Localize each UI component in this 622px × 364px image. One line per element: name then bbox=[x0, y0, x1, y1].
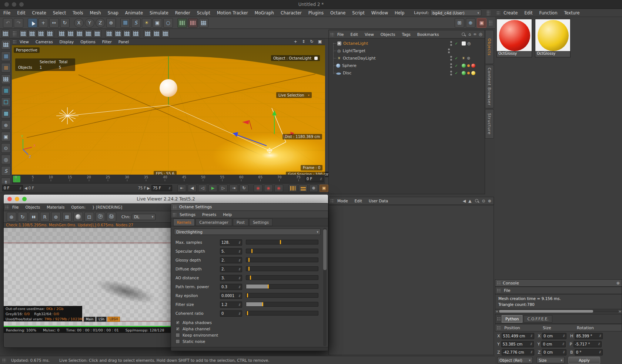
menu-item[interactable]: Tools bbox=[69, 10, 86, 16]
object-mode-dropdown[interactable]: Object (Rel)▾ bbox=[497, 357, 533, 363]
size-y-field[interactable]: 0 cm⇕ bbox=[541, 341, 566, 347]
menu-item[interactable]: Plugins bbox=[305, 10, 327, 16]
goto-end-button[interactable]: 75 F▶ bbox=[138, 186, 150, 190]
workplane-tool-icon[interactable] bbox=[161, 30, 170, 38]
home-icon[interactable]: ⌂ bbox=[468, 32, 471, 37]
palette-grip[interactable] bbox=[173, 213, 176, 216]
checkbox-static-noise[interactable] bbox=[175, 339, 180, 344]
phong-tag-icon[interactable] bbox=[467, 64, 470, 67]
lsh-pass-button[interactable]: LSh bbox=[96, 317, 107, 322]
material-name[interactable]: OctGlossy bbox=[535, 51, 570, 57]
palette-grip[interactable] bbox=[13, 31, 16, 36]
material-menu-item[interactable]: Texture bbox=[561, 10, 583, 16]
workplane-mode-icon[interactable] bbox=[1, 74, 11, 84]
record-parameter-toggle[interactable]: ▣ bbox=[320, 185, 328, 192]
menu-item[interactable]: Animate bbox=[122, 10, 146, 16]
attr-menu-item[interactable]: Edit bbox=[351, 199, 365, 203]
console-output[interactable]: Mesh creation time = 9.156 ms. Triangle … bbox=[495, 294, 622, 309]
goto-first-frame-button[interactable]: ⇤ bbox=[177, 185, 186, 192]
visibility-dots[interactable] bbox=[450, 71, 452, 75]
scrollbar-thumb[interactable] bbox=[323, 229, 327, 270]
modeling-tool-icon[interactable] bbox=[76, 30, 84, 38]
tab-cameraimager[interactable]: CameraImager bbox=[195, 219, 232, 226]
param-value-field[interactable]: 0.0001⇕ bbox=[220, 293, 242, 299]
size-mode-dropdown[interactable]: Size▾ bbox=[536, 357, 565, 363]
console-header[interactable]: Console ⊗ bbox=[495, 279, 622, 287]
region-render-icon[interactable]: R bbox=[40, 212, 50, 222]
scroll-left-icon[interactable]: ◂ bbox=[495, 310, 498, 313]
tag-list[interactable] bbox=[462, 64, 485, 68]
param-value-field[interactable]: 3.⇕ bbox=[220, 275, 242, 281]
menu-item[interactable]: Render bbox=[172, 10, 194, 16]
new-panel-icon[interactable]: ⊕ bbox=[488, 199, 491, 203]
timeline-ruler[interactable]: 0 5 10 15 20 25 30 35 40 45 50 55 60 65 … bbox=[12, 175, 325, 183]
tag-list[interactable]: ☀ ⊛ bbox=[462, 56, 485, 61]
material-menu-item[interactable]: Create bbox=[500, 10, 521, 16]
viewport-menu-item[interactable]: Options bbox=[77, 40, 99, 44]
param-value-field[interactable]: 128.⇕ bbox=[220, 239, 242, 246]
palette-grip[interactable] bbox=[486, 10, 490, 16]
snap-tool-icon[interactable] bbox=[105, 30, 113, 38]
pause-icon[interactable]: ▮▮ bbox=[29, 212, 39, 222]
record-keyframe-button[interactable]: ◉ bbox=[254, 185, 262, 192]
lock-icon[interactable]: ⊙ bbox=[482, 199, 485, 203]
palette-grip[interactable] bbox=[173, 205, 177, 209]
record-scale-toggle[interactable] bbox=[299, 185, 308, 192]
keyframe-selection-button[interactable]: ◉ bbox=[274, 185, 283, 192]
om-menu-item[interactable]: File bbox=[334, 32, 347, 37]
material-menu-item[interactable]: Edit bbox=[521, 10, 536, 16]
goto-start-button[interactable]: ◀0 F bbox=[24, 186, 34, 190]
add-sky-icon[interactable]: ○ bbox=[163, 18, 173, 28]
texture-mode-icon[interactable] bbox=[1, 63, 11, 73]
attr-menu-item[interactable]: Mode bbox=[334, 199, 351, 203]
rotation-h-field[interactable]: 85.399 °⇕ bbox=[575, 333, 603, 339]
octane-menu-item[interactable]: Help bbox=[220, 212, 235, 217]
param-value-field[interactable]: 2.⇕ bbox=[220, 257, 242, 263]
menu-item[interactable]: Sculpt bbox=[194, 10, 214, 16]
snap-tool-icon[interactable] bbox=[114, 30, 122, 38]
lock-resolution-icon[interactable]: ⊠ bbox=[62, 212, 72, 222]
material-ball-icon[interactable] bbox=[73, 212, 83, 222]
viewport-menu-item[interactable]: Cameras bbox=[32, 40, 56, 44]
param-slider[interactable] bbox=[246, 302, 318, 307]
phong-tag-icon[interactable] bbox=[467, 72, 470, 74]
console-scrollbar[interactable]: ◂ ▸ bbox=[495, 309, 622, 313]
render-settings-icon[interactable] bbox=[199, 18, 208, 28]
material-menu-item[interactable]: Function bbox=[536, 10, 561, 16]
palette-grip[interactable] bbox=[496, 11, 500, 15]
object-row[interactable]: OctaneLight ✓ ◎ bbox=[329, 40, 485, 47]
palette-grip[interactable] bbox=[330, 33, 334, 36]
kernel-type-dropdown[interactable]: Directlighting▾ bbox=[174, 229, 321, 235]
menu-item[interactable]: File bbox=[0, 10, 14, 16]
pick-focus-icon[interactable]: Ⓟ bbox=[96, 212, 105, 222]
menu-item[interactable]: Window bbox=[368, 10, 391, 16]
lv-menu-item[interactable]: Option: bbox=[68, 205, 89, 209]
sun-tag-icon[interactable]: ☀ bbox=[462, 56, 465, 61]
search-icon[interactable] bbox=[461, 32, 466, 37]
tab-kernels[interactable]: Kernels bbox=[173, 219, 195, 226]
object-name[interactable]: Sphere bbox=[342, 63, 357, 68]
apply-button[interactable]: Apply bbox=[568, 357, 600, 364]
tab-objects[interactable]: Objects bbox=[485, 30, 494, 64]
material-thumbnail[interactable]: OctGlossy bbox=[496, 19, 532, 57]
snap-tool-icon[interactable] bbox=[132, 30, 140, 38]
menu-item[interactable]: Help bbox=[391, 10, 408, 16]
object-row[interactable]: ◎ LightTarget bbox=[329, 47, 485, 54]
tab-settings[interactable]: Settings bbox=[249, 219, 272, 226]
om-menu-item[interactable]: Objects bbox=[377, 32, 399, 37]
array-tool-icon[interactable] bbox=[46, 30, 54, 38]
checkbox-alpha-channel[interactable]: ✓ bbox=[175, 327, 180, 331]
material-name[interactable]: OctGlossy bbox=[497, 51, 532, 57]
viewport-maximize-icon[interactable]: ▣ bbox=[316, 38, 324, 46]
end-frame-field[interactable]: 75 F⇕ bbox=[151, 185, 172, 191]
checkbox-keep-environment[interactable] bbox=[175, 333, 180, 337]
param-slider[interactable] bbox=[246, 240, 318, 245]
material-thumbnail[interactable]: OctGlossy bbox=[535, 19, 571, 57]
menu-item[interactable]: Simulate bbox=[146, 10, 172, 16]
lbsh-pass-button[interactable]: LBSH bbox=[107, 317, 120, 322]
menu-item[interactable]: Snap bbox=[104, 10, 122, 16]
palette-icon[interactable] bbox=[1, 30, 10, 38]
viewport-menu-item[interactable]: Display bbox=[56, 40, 77, 44]
restart-render-icon[interactable]: ⊛ bbox=[7, 212, 16, 222]
viewport-menu-item[interactable]: View bbox=[16, 40, 32, 44]
